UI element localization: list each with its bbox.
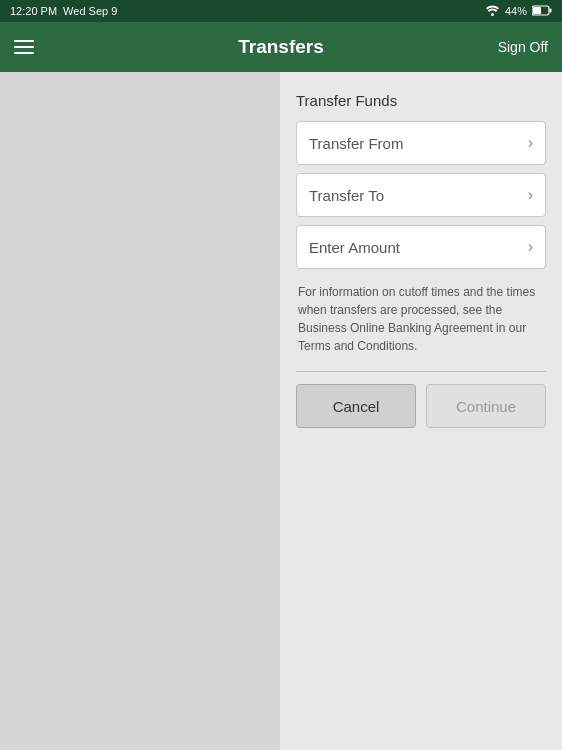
wifi-icon — [485, 5, 500, 18]
enter-amount-row[interactable]: Enter Amount › — [296, 225, 546, 269]
main-layout: Transfer Funds Transfer From › Transfer … — [0, 72, 562, 750]
app-header: Transfers Sign Off — [0, 22, 562, 72]
transfer-to-chevron: › — [528, 186, 533, 204]
transfer-from-row[interactable]: Transfer From › — [296, 121, 546, 165]
transfer-from-chevron: › — [528, 134, 533, 152]
button-row: Cancel Continue — [296, 384, 546, 428]
transfer-to-label: Transfer To — [309, 187, 384, 204]
svg-rect-3 — [533, 7, 541, 14]
svg-point-0 — [491, 13, 494, 16]
status-bar: 12:20 PM Wed Sep 9 44% — [0, 0, 562, 22]
transfer-from-label: Transfer From — [309, 135, 403, 152]
enter-amount-label: Enter Amount — [309, 239, 400, 256]
enter-amount-chevron: › — [528, 238, 533, 256]
date-label: Wed Sep 9 — [63, 5, 117, 17]
continue-button: Continue — [426, 384, 546, 428]
status-right: 44% — [485, 5, 552, 18]
status-left: 12:20 PM Wed Sep 9 — [10, 5, 117, 17]
sign-off-button[interactable]: Sign Off — [498, 39, 548, 55]
cancel-button[interactable]: Cancel — [296, 384, 416, 428]
battery-label: 44% — [505, 5, 527, 17]
header-left — [14, 40, 34, 54]
time-label: 12:20 PM — [10, 5, 57, 17]
transfer-to-row[interactable]: Transfer To › — [296, 173, 546, 217]
menu-icon[interactable] — [14, 40, 34, 54]
svg-rect-2 — [550, 8, 552, 12]
battery-icon — [532, 5, 552, 18]
sidebar-panel — [0, 72, 280, 750]
page-title: Transfers — [238, 36, 324, 58]
divider — [296, 371, 546, 372]
info-text: For information on cutoff times and the … — [296, 279, 546, 359]
section-title: Transfer Funds — [296, 92, 546, 109]
main-panel: Transfer Funds Transfer From › Transfer … — [280, 72, 562, 750]
